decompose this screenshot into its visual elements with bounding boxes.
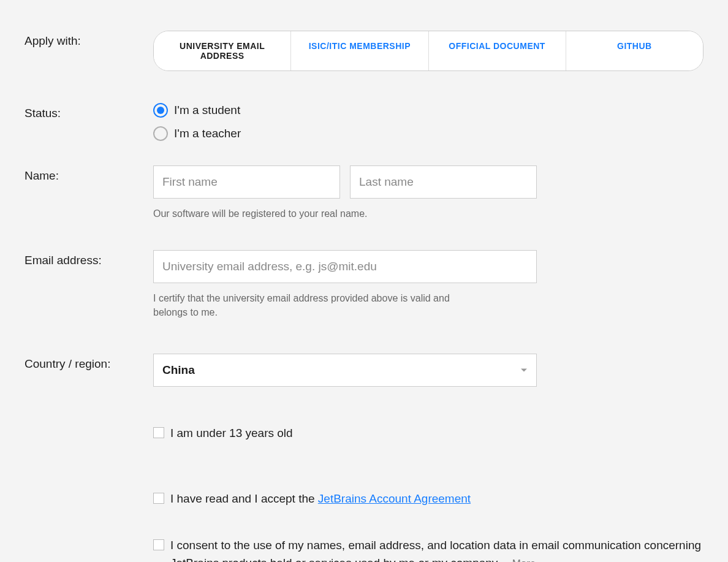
label-name: Name: [25,165,153,183]
checkbox-icon [153,427,164,438]
row-email: Email address: I certify that the univer… [25,250,703,319]
radio-teacher[interactable]: I'm a teacher [153,126,703,141]
label-email: Email address: [25,250,153,267]
checkbox-icon [153,493,164,504]
row-name: Name: Our software will be registered to… [25,165,703,221]
radio-icon [153,126,168,141]
country-select[interactable]: China [153,354,537,387]
accept-prefix-text: I have read and I accept the [170,492,318,505]
radio-icon [153,103,168,118]
radio-teacher-label: I'm a teacher [174,127,241,140]
status-radio-group-container: I'm a student I'm a teacher [153,103,703,141]
checkbox-under13[interactable]: I am under 13 years old [153,425,703,442]
checkbox-under13-label: I am under 13 years old [170,425,293,442]
row-country: Country / region: China [25,354,703,387]
label-status: Status: [25,103,153,120]
radio-student-label: I'm a student [174,104,240,117]
status-radio-group: I'm a student I'm a teacher [153,103,703,141]
chevron-down-icon [521,369,527,372]
consent-text: I consent to the use of my names, email … [170,539,701,562]
country-select-value: China [153,354,537,387]
name-helper-text: Our software will be registered to your … [153,207,460,221]
email-field[interactable] [153,250,537,283]
row-status: Status: I'm a student I'm a teacher [25,103,703,141]
checkbox-accept-label: I have read and I accept the JetBrains A… [170,490,471,508]
checkbox-icon [153,539,164,550]
country-field-container: China [153,354,703,387]
checkbox-accept-agreement[interactable]: I have read and I accept the JetBrains A… [153,490,703,508]
name-inputs [153,165,703,199]
tab-isic-itic[interactable]: ISIC/ITIC MEMBERSHIP [290,31,428,70]
account-agreement-link[interactable]: JetBrains Account Agreement [318,492,471,505]
radio-student[interactable]: I'm a student [153,103,703,118]
tab-official-document[interactable]: OFFICIAL DOCUMENT [428,31,566,70]
row-consent: I consent to the use of my names, email … [153,537,703,562]
apply-form: Apply with: UNIVERSITY EMAIL ADDRESS ISI… [0,0,728,562]
row-under13: I am under 13 years old [153,425,703,442]
more-link[interactable]: More [512,558,536,562]
tab-university-email[interactable]: UNIVERSITY EMAIL ADDRESS [154,31,290,70]
label-apply-with: Apply with: [25,31,153,48]
apply-with-tabs: UNIVERSITY EMAIL ADDRESS ISIC/ITIC MEMBE… [153,31,703,71]
first-name-field[interactable] [153,165,340,199]
apply-with-tabs-container: UNIVERSITY EMAIL ADDRESS ISIC/ITIC MEMBE… [153,31,703,71]
row-apply-with: Apply with: UNIVERSITY EMAIL ADDRESS ISI… [25,31,703,71]
row-accept-agreement: I have read and I accept the JetBrains A… [153,490,703,508]
name-fields-container: Our software will be registered to your … [153,165,703,221]
email-helper-text: I certify that the university email addr… [153,292,460,319]
checkbox-consent[interactable]: I consent to the use of my names, email … [153,537,703,562]
last-name-field[interactable] [350,165,537,199]
checkbox-consent-label: I consent to the use of my names, email … [170,537,703,562]
tab-github[interactable]: GITHUB [566,31,703,70]
email-field-container: I certify that the university email addr… [153,250,703,319]
label-country: Country / region: [25,354,153,371]
